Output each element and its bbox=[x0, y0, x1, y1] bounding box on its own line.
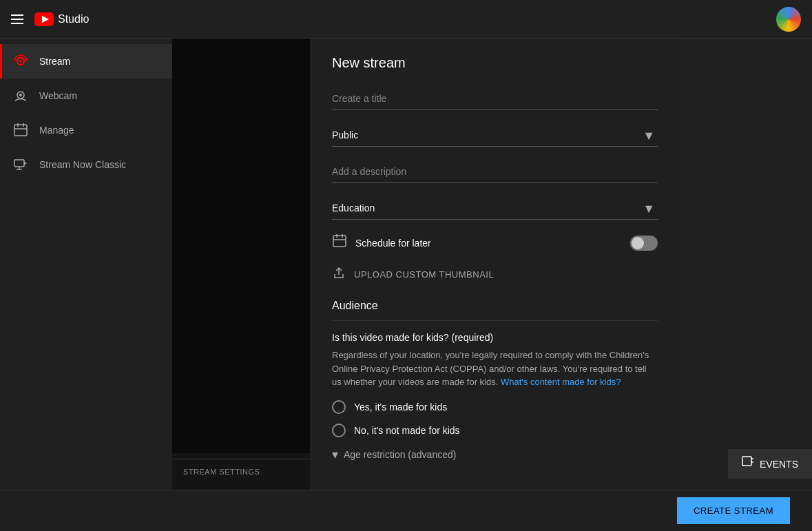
visibility-wrapper: Public Unlisted Private ▼ bbox=[332, 124, 658, 147]
stream-icon bbox=[13, 54, 28, 69]
topbar-left: Studio bbox=[11, 12, 89, 26]
kids-question: Is this video made for kids? (required) bbox=[332, 332, 658, 343]
svg-point-3 bbox=[19, 60, 22, 63]
sidebar-item-stream[interactable]: Stream bbox=[0, 44, 172, 79]
bottom-bar: CREATE STREAM bbox=[0, 490, 812, 531]
stream-settings-label: STREAM SETTINGS bbox=[172, 459, 310, 484]
sidebar-item-stream-now-classic[interactable]: Stream Now Classic bbox=[0, 147, 172, 182]
sidebar: Stream Webcam Manage bbox=[0, 39, 172, 490]
kids-yes-row[interactable]: Yes, it's made for kids bbox=[332, 400, 658, 414]
stream-now-classic-icon bbox=[13, 157, 28, 172]
visibility-group: Public Unlisted Private ▼ bbox=[332, 124, 658, 147]
kids-learn-more-link[interactable]: What's content made for kids? bbox=[501, 377, 621, 387]
upload-icon bbox=[332, 266, 346, 283]
kids-no-radio[interactable] bbox=[332, 424, 346, 437]
svg-rect-14 bbox=[333, 236, 346, 247]
title-group bbox=[332, 87, 658, 110]
sidebar-item-manage-label: Manage bbox=[39, 125, 74, 136]
svg-rect-19 bbox=[742, 457, 751, 466]
webcam-icon bbox=[13, 88, 28, 103]
sidebar-item-webcam[interactable]: Webcam bbox=[0, 79, 172, 113]
sidebar-item-stream-now-classic-label: Stream Now Classic bbox=[39, 159, 126, 170]
chevron-down-icon: ▾ bbox=[332, 447, 338, 462]
svg-point-5 bbox=[19, 94, 22, 96]
schedule-calendar-icon bbox=[332, 233, 347, 252]
stream-preview bbox=[172, 39, 310, 453]
description-input[interactable] bbox=[332, 160, 658, 183]
youtube-logo bbox=[34, 12, 54, 26]
title-input[interactable] bbox=[332, 87, 658, 110]
kids-no-row[interactable]: No, it's not made for kids bbox=[332, 424, 658, 437]
age-restriction-label: Age restriction (advanced) bbox=[344, 449, 456, 460]
form-panel: New stream Public Unlisted Private ▼ bbox=[310, 39, 680, 490]
main-layout: Stream Webcam Manage bbox=[0, 39, 812, 490]
age-restriction-row[interactable]: ▾ Age restriction (advanced) bbox=[332, 447, 658, 462]
category-group: Education Entertainment Gaming Music New… bbox=[332, 197, 658, 220]
description-group bbox=[332, 160, 658, 183]
svg-marker-11 bbox=[24, 162, 27, 165]
upload-thumbnail-row[interactable]: UPLOAD CUSTOM THUMBNAIL bbox=[332, 266, 658, 283]
avatar[interactable] bbox=[776, 7, 801, 32]
svg-rect-10 bbox=[14, 160, 24, 167]
kids-description: Regardless of your location, you're lega… bbox=[332, 348, 658, 389]
sidebar-item-webcam-label: Webcam bbox=[39, 90, 77, 101]
form-title: New stream bbox=[332, 55, 658, 71]
stream-settings-section: STREAM SETTINGS bbox=[172, 453, 310, 490]
schedule-toggle[interactable] bbox=[630, 236, 658, 251]
kids-yes-radio[interactable] bbox=[332, 400, 346, 414]
kids-no-label: No, it's not made for kids bbox=[354, 425, 460, 436]
create-stream-button[interactable]: CREATE STREAM bbox=[677, 497, 790, 524]
schedule-row: Schedule for later bbox=[332, 233, 658, 252]
menu-button[interactable] bbox=[11, 14, 23, 24]
svg-rect-6 bbox=[14, 125, 27, 136]
logo-area: Studio bbox=[34, 12, 89, 26]
events-button[interactable]: EVENTS bbox=[728, 449, 812, 479]
topbar: Studio bbox=[0, 0, 812, 39]
events-label: EVENTS bbox=[760, 459, 798, 470]
studio-label: Studio bbox=[58, 13, 89, 25]
right-panel: EVENTS bbox=[680, 39, 812, 490]
left-panel: STREAM SETTINGS bbox=[172, 39, 310, 490]
upload-thumbnail-label: UPLOAD CUSTOM THUMBNAIL bbox=[354, 269, 494, 280]
audience-title: Audience bbox=[332, 300, 658, 312]
manage-icon bbox=[13, 123, 28, 138]
audience-divider bbox=[332, 320, 658, 321]
kids-yes-label: Yes, it's made for kids bbox=[354, 402, 447, 413]
visibility-select[interactable]: Public Unlisted Private bbox=[332, 124, 658, 147]
events-icon bbox=[742, 456, 754, 472]
schedule-label: Schedule for later bbox=[355, 238, 622, 249]
sidebar-item-stream-label: Stream bbox=[39, 56, 70, 67]
sidebar-item-manage[interactable]: Manage bbox=[0, 113, 172, 147]
category-wrapper: Education Entertainment Gaming Music New… bbox=[332, 197, 658, 220]
category-select[interactable]: Education Entertainment Gaming Music New… bbox=[332, 197, 658, 220]
content-area: STREAM SETTINGS New stream Public Unlist… bbox=[172, 39, 812, 490]
